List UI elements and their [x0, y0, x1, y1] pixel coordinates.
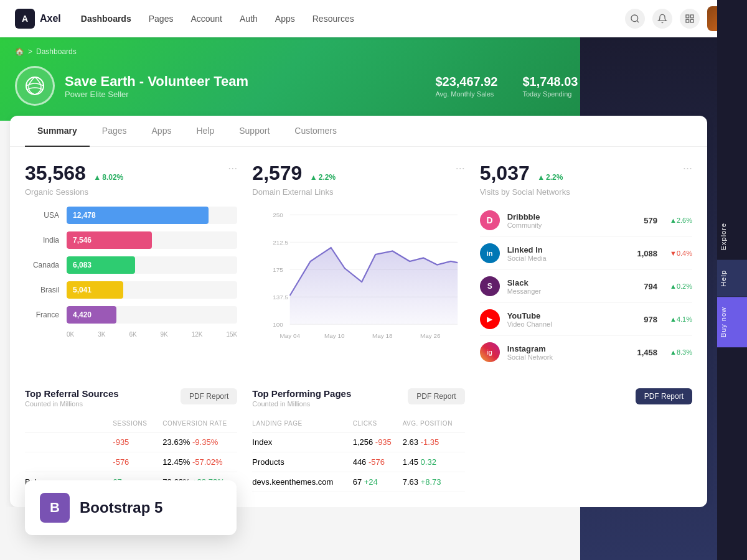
svg-rect-4 — [690, 19, 693, 22]
dribbble-icon: D — [480, 210, 500, 230]
referral-rate-1: 23.63% -9.35% — [162, 437, 237, 447]
pages-row-2: Products 446 -576 1.45 0.32 — [252, 452, 464, 472]
bar-fill-brasil: 5,041 — [67, 281, 123, 299]
bar-axis: 0K 3K 6K 9K 12K 15K — [25, 331, 237, 338]
pages-clicks-2: 446 -576 — [353, 457, 403, 467]
svg-text:100: 100 — [273, 321, 283, 328]
pages-name-2: Products — [252, 457, 352, 467]
bar-label-canada: Canada — [25, 261, 59, 269]
tab-bar: Summary Pages Apps Help Support Customer… — [10, 116, 707, 147]
bar-value-brasil: 5,041 — [73, 286, 92, 294]
slack-icon: S — [480, 276, 500, 296]
linkedin-value: 1,088 — [637, 249, 657, 258]
social-dribbble-info: Dribbble Community — [507, 212, 542, 229]
instagram-value: 1,458 — [637, 348, 657, 357]
social-menu-button[interactable]: ··· — [683, 162, 692, 175]
logo-text: Axel — [40, 13, 61, 24]
hero-banner: 🏠 > Dashboards Save Earth - Volunteer Te… — [0, 37, 717, 121]
nav-apps[interactable]: Apps — [275, 14, 295, 24]
pages-table-header: LANDING PAGE CLICKS AVG. POSITION — [252, 415, 464, 432]
nav-right — [625, 6, 732, 31]
social-slack-info: Slack Messanger — [507, 278, 541, 295]
social-visits-value: 5,037 — [480, 162, 530, 185]
hero-stat-overall-share: 3.8% Overall Share — [603, 75, 644, 98]
tab-support[interactable]: Support — [227, 116, 282, 147]
tab-apps[interactable]: Apps — [139, 116, 184, 147]
bar-container-usa: 12,478 — [67, 207, 237, 224]
tab-summary[interactable]: Summary — [25, 116, 90, 147]
domain-links-label: Domain External Links — [252, 187, 464, 197]
pages-row-3: devs.keenthemes.com 67 +24 7.63 +8.73 — [252, 472, 464, 492]
settings-icon[interactable] — [680, 9, 700, 29]
organic-sessions-value: 35,568 — [25, 162, 86, 185]
social-linkedin-info: Linked In Social Media — [507, 245, 547, 262]
social-visits-badge: ▲ 2.2% — [537, 173, 563, 182]
referral-col-rate: CONVERSION RATE — [162, 420, 237, 427]
referral-row-2: -576 12.45% -57.02% — [25, 452, 237, 472]
nav-resources[interactable]: Resources — [312, 14, 354, 24]
logo-area[interactable]: A Axel — [15, 9, 61, 29]
referral-col-sessions: SESSIONS — [113, 420, 162, 427]
bar-label-brasil: Brasil — [25, 286, 59, 294]
third-pdf-button[interactable]: PDF Report — [636, 388, 692, 404]
referral-pdf-button[interactable]: PDF Report — [181, 388, 237, 404]
referral-rate-2: 12.45% -57.02% — [162, 457, 237, 467]
pages-clicks-3: 67 +24 — [353, 477, 403, 487]
svg-text:May 10: May 10 — [324, 332, 345, 339]
buy-now-button[interactable]: Buy now — [717, 297, 747, 347]
line-chart-svg: 250 212.5 175 137.5 100 — [252, 207, 464, 343]
nav-auth[interactable]: Auth — [240, 14, 258, 24]
social-slack: S Slack Messanger 794 ▲0.2% — [480, 270, 692, 303]
organic-menu-button[interactable]: ··· — [228, 162, 237, 175]
nav-account[interactable]: Account — [190, 14, 222, 24]
social-instagram: ig Instagram Social Network 1,458 ▲8.3% — [480, 336, 692, 368]
domain-links-value: 2,579 — [252, 162, 302, 185]
domain-links-badge: ▲ 2.2% — [310, 173, 336, 182]
bar-fill-usa: 12,478 — [67, 207, 209, 224]
content-card: Summary Pages Apps Help Support Customer… — [10, 116, 707, 507]
pages-pdf-button[interactable]: PDF Report — [408, 388, 464, 404]
svg-text:212.5: 212.5 — [273, 239, 288, 246]
pages-col-position: AVG. POSITION — [403, 420, 465, 427]
referral-sessions-1: -935 — [113, 437, 162, 447]
domain-menu-button[interactable]: ··· — [456, 162, 465, 175]
explore-button[interactable]: Explore — [717, 213, 747, 260]
navbar: A Axel Dashboards Pages Account Auth App… — [0, 0, 747, 37]
svg-text:May 26: May 26 — [420, 332, 441, 339]
pages-position-2: 1.45 0.32 — [403, 457, 465, 467]
dashboard-content: ··· 35,568 ▲ 8.02% Organic Sessions USA … — [10, 147, 707, 507]
tab-pages[interactable]: Pages — [90, 116, 139, 147]
youtube-icon: ▶ — [480, 309, 500, 329]
top-pages-section: PDF Report Top Performing Pages Counted … — [252, 388, 464, 492]
hero-stats: $23,467.92 Avg. Monthly Sales $1,748.03 … — [435, 75, 702, 98]
help-button[interactable]: Help — [717, 260, 747, 297]
social-youtube: ▶ YouTube Video Channel 978 ▲4.1% — [480, 303, 692, 336]
slack-sub: Messanger — [507, 287, 541, 295]
instagram-sub: Social Network — [507, 353, 553, 361]
youtube-sub: Video Channel — [507, 320, 552, 328]
axis-9k: 9K — [161, 331, 168, 338]
notifications-icon[interactable] — [652, 9, 672, 29]
bar-container-canada: 6,083 — [67, 256, 237, 274]
bootstrap-icon: B — [40, 493, 70, 507]
breadcrumb-home[interactable]: 🏠 — [15, 47, 24, 56]
referral-header: PDF Report Top Referral Sources Counted … — [25, 388, 237, 408]
pages-row-1: Index 1,256 -935 2.63 -1.35 — [252, 432, 464, 452]
bar-row-usa: USA 12,478 — [25, 207, 237, 224]
search-icon[interactable] — [625, 9, 645, 29]
linkedin-icon: in — [480, 243, 500, 263]
youtube-name: YouTube — [507, 311, 552, 320]
svg-text:250: 250 — [273, 212, 283, 218]
bar-row-canada: Canada 6,083 — [25, 256, 237, 274]
slack-name: Slack — [507, 278, 541, 287]
instagram-name: Instagram — [507, 344, 553, 353]
pages-col-clicks: CLICKS — [353, 420, 403, 427]
tab-help[interactable]: Help — [184, 116, 227, 147]
referral-row-1: -935 23.63% -9.35% — [25, 432, 237, 452]
organic-sessions-card: ··· 35,568 ▲ 8.02% Organic Sessions USA … — [25, 162, 237, 368]
dribbble-sub: Community — [507, 222, 542, 229]
nav-pages[interactable]: Pages — [149, 14, 174, 24]
bar-value-india: 7,546 — [73, 236, 92, 245]
nav-dashboards[interactable]: Dashboards — [81, 14, 131, 24]
tab-customers[interactable]: Customers — [282, 116, 349, 147]
